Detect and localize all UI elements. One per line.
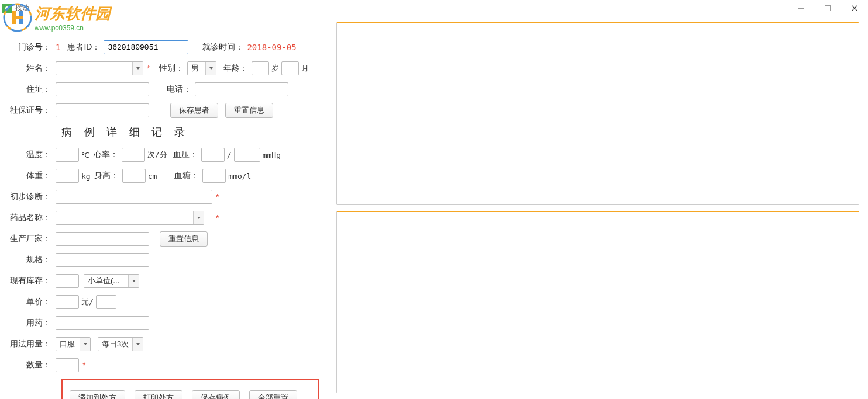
maximize-button[interactable] xyxy=(814,0,841,16)
reset-patient-button[interactable]: 重置信息 xyxy=(225,103,273,118)
quantity-input[interactable] xyxy=(56,358,79,372)
height-label: 身高： xyxy=(93,171,122,181)
bp-dia-input[interactable] xyxy=(234,148,260,162)
save-case-button[interactable]: 保存病例 xyxy=(192,390,240,399)
save-patient-button[interactable]: 保存患者 xyxy=(170,103,218,118)
frequency-combo[interactable]: 每日3次 xyxy=(98,337,143,351)
usage-label: 用法用量： xyxy=(6,339,56,349)
close-button[interactable] xyxy=(841,0,868,16)
months-unit: 月 xyxy=(299,63,311,74)
gender-combo[interactable]: 男 xyxy=(187,61,216,75)
visit-time-label: 就诊时间： xyxy=(188,42,247,53)
age-months-input[interactable] xyxy=(281,61,299,75)
required-mark: * xyxy=(216,213,219,223)
drug-name-label: 药品名称： xyxy=(6,213,56,223)
visit-time-value: 2018-09-05 xyxy=(247,43,296,52)
quantity-label: 数量： xyxy=(6,360,56,370)
gender-label: 性别： xyxy=(150,63,187,74)
weight-input[interactable] xyxy=(56,169,79,183)
price-unit-input[interactable] xyxy=(96,295,116,309)
stock-label: 现有库存： xyxy=(6,276,56,286)
window-title: 接诊 xyxy=(15,3,29,13)
reset-all-button[interactable]: 全部重置 xyxy=(249,390,297,399)
bp-sys-input[interactable] xyxy=(201,148,225,162)
height-input[interactable] xyxy=(122,169,146,183)
required-mark: * xyxy=(216,192,219,202)
case-record-title: 病 例 详 细 记 录 xyxy=(61,125,322,139)
spec-label: 规格： xyxy=(6,255,56,265)
weight-label: 体重： xyxy=(6,171,56,181)
print-rx-button[interactable]: 打印处方 xyxy=(135,390,182,399)
phone-input[interactable] xyxy=(195,82,288,96)
hr-input[interactable] xyxy=(122,148,145,162)
svg-rect-1 xyxy=(825,5,831,11)
name-combo[interactable] xyxy=(56,61,143,75)
bp-unit: mmHg xyxy=(260,151,283,159)
temp-unit: ℃ xyxy=(79,151,92,159)
reset-info-button[interactable]: 重置信息 xyxy=(160,231,208,247)
bs-label: 血糖： xyxy=(159,171,202,181)
required-mark: * xyxy=(82,360,85,370)
form-panel: 门诊号： 1 患者ID： 就诊时间： 2018-09-05 姓名： * 性别： … xyxy=(0,16,333,399)
address-input[interactable] xyxy=(56,82,149,96)
clinic-no-label: 门诊号： xyxy=(6,42,56,53)
clinic-no-value: 1 xyxy=(56,43,60,52)
bs-unit: mmo/l xyxy=(226,172,253,181)
temp-label: 温度： xyxy=(6,150,56,160)
hr-unit: 次/分 xyxy=(145,150,170,160)
price-input[interactable] xyxy=(56,295,79,309)
right-panel xyxy=(333,16,868,399)
manufacturer-label: 生产厂家： xyxy=(6,234,56,244)
right-bottom-box xyxy=(336,211,859,394)
route-combo[interactable]: 口服 xyxy=(56,337,91,351)
diagnosis-label: 初步诊断： xyxy=(6,192,56,202)
add-to-rx-button[interactable]: 添加到处方 xyxy=(70,390,125,399)
medication-label: 用药： xyxy=(6,318,56,328)
price-label: 单价： xyxy=(6,297,56,307)
patient-id-input[interactable] xyxy=(104,40,188,54)
drug-name-combo[interactable] xyxy=(56,211,204,225)
ssn-label: 社保证号： xyxy=(6,105,56,116)
patient-id-label: 患者ID： xyxy=(60,42,104,53)
spec-input[interactable] xyxy=(56,253,149,267)
medication-input[interactable] xyxy=(56,316,149,330)
app-icon xyxy=(2,4,12,13)
weight-unit: kg xyxy=(79,172,93,181)
right-top-box xyxy=(336,22,859,205)
temp-input[interactable] xyxy=(56,148,79,162)
yuan-per: 元/ xyxy=(79,297,96,307)
action-buttons-highlight: 添加到处方 打印处方 保存病例 全部重置 xyxy=(61,379,319,399)
titlebar: 接诊 xyxy=(0,0,868,16)
ssn-input[interactable] xyxy=(56,103,149,117)
age-years-input[interactable] xyxy=(252,61,269,75)
small-unit-combo[interactable]: 小单位(... xyxy=(84,274,139,288)
window-controls xyxy=(787,0,868,16)
manufacturer-input[interactable] xyxy=(56,232,149,246)
address-label: 住址： xyxy=(6,84,56,95)
hr-label: 心率： xyxy=(92,150,122,160)
name-label: 姓名： xyxy=(6,63,56,74)
bp-sep: / xyxy=(225,151,234,159)
years-unit: 岁 xyxy=(269,63,281,74)
height-unit: cm xyxy=(146,172,160,181)
minimize-button[interactable] xyxy=(787,0,814,16)
age-label: 年龄： xyxy=(216,63,252,74)
bp-label: 血压： xyxy=(170,150,201,160)
bs-input[interactable] xyxy=(202,169,226,183)
diagnosis-input[interactable] xyxy=(56,190,212,204)
stock-input[interactable] xyxy=(56,274,79,288)
phone-label: 电话： xyxy=(149,84,195,95)
